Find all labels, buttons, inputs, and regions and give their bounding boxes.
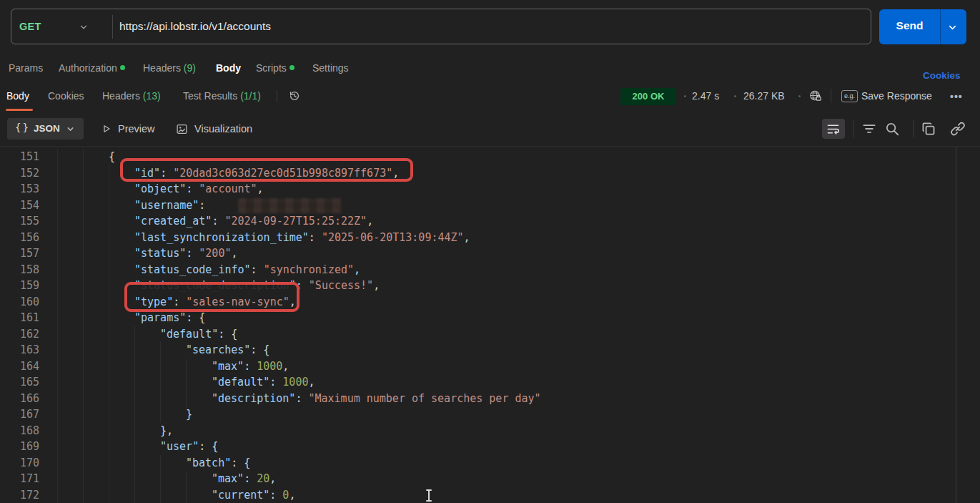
response-body-json[interactable]: 151{152"id": "20dad3c063d27ec0d51b998c89… [0,146,980,503]
indent-guide [57,213,58,230]
search-icon[interactable] [884,121,900,137]
indent-guide [57,310,58,326]
request-tab-body[interactable]: Body [216,62,241,74]
send-chevron-down-icon[interactable] [947,22,958,33]
code-text: "batch": { [186,456,250,469]
request-tab-authorization[interactable]: Authorization [59,62,117,74]
indent-guide [109,262,109,278]
indent-guide [109,471,109,487]
request-tab-settings[interactable]: Settings [312,62,349,74]
request-tab-headers[interactable]: Headers (9) [143,62,196,74]
modified-dot [120,65,125,70]
indent-guide [109,197,109,214]
network-globe-lock-icon[interactable] [808,89,823,103]
indent-guide [134,342,135,358]
indent-guide [160,358,161,375]
code-line-165: 165"default": 1000, [0,374,980,391]
method-chevron-down-icon[interactable] [79,22,89,32]
send-button-divider [940,9,941,44]
format-chevron-down-icon[interactable] [66,124,75,134]
line-number: 163 [0,343,39,356]
send-button-label[interactable]: Send [879,19,940,32]
redacted-username-value [238,198,342,213]
indent-guide [109,423,109,439]
indent-guide [134,406,135,423]
filter-icon[interactable] [861,121,877,137]
code-line-161: 161"params": { [0,310,980,326]
meta-dot [798,95,801,97]
indent-guide [134,374,135,391]
indent-guide [109,406,109,423]
response-tab-headers[interactable]: Headers (13) [102,90,161,102]
indent-guide [57,149,58,165]
request-tab-params[interactable]: Params [9,62,43,74]
code-text: }, [160,424,173,437]
indent-guide [83,406,84,423]
url-input[interactable]: https://api.lobstr.io/v1/accounts [119,20,271,33]
request-tabs: ParamsAuthorizationHeaders (9)BodyScript… [0,56,980,80]
request-tab-scripts[interactable]: Scripts [256,62,287,74]
code-line-157: 157"status": "200", [0,245,980,262]
tab-count: (1/1) [237,90,261,102]
indent-guide [109,213,109,230]
annotation-box-type [124,282,300,312]
indent-guide [186,487,187,503]
response-tab-test-results[interactable]: Test Results (1/1) [183,90,261,102]
copy-icon[interactable] [921,121,936,137]
indent-guide [186,471,187,487]
indent-guide [57,358,58,375]
code-line-169: 169"user": { [0,439,980,455]
indent-guide [186,391,187,407]
indent-guide [57,439,58,455]
preview-play-icon[interactable] [101,123,112,135]
save-as-example-icon[interactable]: e.g. [841,90,858,102]
line-number: 162 [0,328,39,341]
code-text: "default": { [160,328,237,341]
indent-guide [109,487,109,503]
response-size: 26.27 KB [743,90,785,102]
save-response-button[interactable]: Save Response [861,90,932,102]
indent-guide [160,455,161,472]
code-line-171: 171"max": 20, [0,471,980,487]
code-line-156: 156"last_synchronization_time": "2025-06… [0,230,980,246]
line-number: 157 [0,247,39,260]
cookies-link[interactable]: Cookies [923,70,961,81]
visualization-button[interactable]: Visualization [194,123,252,135]
response-tab-body[interactable]: Body [6,90,29,102]
indent-guide [109,455,109,472]
indent-guide [57,326,58,343]
indent-guide [134,471,135,487]
format-dropdown-label[interactable]: JSON [34,123,60,134]
visualization-image-icon[interactable] [176,123,188,135]
indent-guide [134,439,135,455]
history-icon[interactable] [288,89,301,102]
wrap-text-icon[interactable] [826,122,840,136]
preview-button[interactable]: Preview [118,123,155,135]
method-selector[interactable]: GET [19,21,41,32]
line-number: 152 [0,167,39,180]
indent-guide [109,278,109,294]
indent-guide [134,423,135,439]
line-number: 164 [0,360,39,373]
indent-guide [57,165,58,182]
indent-guide [160,342,161,358]
link-icon[interactable] [950,121,966,137]
response-tab-cookies[interactable]: Cookies [48,90,84,102]
indent-guide [83,230,84,246]
line-number: 166 [0,392,39,405]
line-number: 153 [0,182,39,195]
indent-guide [109,181,109,197]
indent-guide [83,165,84,182]
indent-guide [83,342,84,358]
line-number: 161 [0,311,39,324]
indent-guide [109,294,109,311]
indent-guide [109,391,109,407]
indent-guide [83,423,84,439]
more-options-icon[interactable]: ••• [950,91,963,102]
indent-guide [83,149,84,165]
tab-count: (9) [181,62,196,74]
code-text: } [186,408,192,421]
code-text: "max": 20, [212,472,276,485]
indent-guide [83,294,84,311]
indent-guide [83,245,84,262]
